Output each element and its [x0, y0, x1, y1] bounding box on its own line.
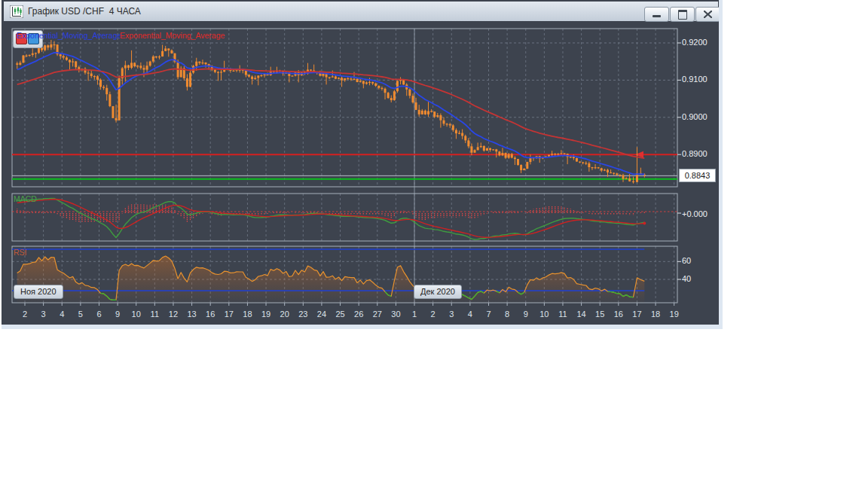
close-icon [704, 11, 712, 18]
legend-ma-fast-label: Exponential_Moving_Average [17, 31, 121, 40]
date-label: 6 [90, 310, 107, 319]
gridlines [12, 29, 677, 303]
date-label: 3 [443, 310, 460, 319]
date-label: 16 [202, 310, 219, 319]
date-label: 24 [313, 310, 330, 319]
legend-ma-slow-label: Exponential_Moving_Average [120, 31, 225, 40]
window-title: График USD /CHF 4 ЧАСА [28, 6, 141, 17]
price-label: 0.9200 [682, 38, 708, 47]
minimize-icon [653, 15, 661, 17]
date-label: 25 [332, 310, 349, 319]
date-label: 9 [518, 310, 534, 319]
date-label: 17 [628, 310, 645, 319]
date-label: 8 [499, 310, 515, 319]
date-label: 7 [481, 310, 497, 319]
date-label: 27 [369, 310, 386, 319]
date-label: 2 [425, 310, 442, 319]
window-title-bar[interactable]: График USD /CHF 4 ЧАСА [4, 2, 718, 21]
close-button[interactable] [695, 7, 720, 22]
date-label: 3 [35, 310, 52, 319]
date-label: 19 [258, 310, 274, 319]
date-label: 12 [165, 310, 182, 319]
page: { "window": { "title": "График USD /CHF … [0, 0, 868, 488]
date-label: 2 [17, 310, 33, 319]
macd-label: MACD [14, 194, 37, 203]
date-label: 20 [277, 310, 293, 319]
maximize-button[interactable] [670, 7, 695, 22]
minimize-button[interactable] [644, 7, 669, 22]
date-label: 30 [387, 310, 404, 319]
date-label: 13 [184, 310, 200, 319]
month-badge: Дек 2020 [414, 285, 462, 299]
candlestick-series [16, 40, 646, 184]
rsi-level-label: 40 [682, 274, 691, 283]
date-label: 23 [295, 310, 311, 319]
date-label: 18 [239, 310, 255, 319]
date-label: 14 [573, 310, 590, 319]
date-label: 9 [109, 310, 126, 319]
date-label: 11 [555, 310, 571, 319]
date-label: 4 [462, 310, 478, 319]
rsi-series [12, 249, 644, 303]
date-label: 10 [536, 310, 552, 319]
date-label: 10 [128, 310, 145, 319]
macd-series [12, 198, 677, 239]
price-label: 0.9100 [682, 75, 708, 84]
date-label: 11 [146, 310, 163, 319]
date-label: 19 [666, 310, 683, 319]
date-label: 16 [610, 310, 627, 319]
window-frame-right [719, 0, 723, 329]
price-label: 0.9000 [682, 112, 708, 121]
window-frame-bottom [2, 325, 723, 329]
chart-app-icon [10, 5, 23, 18]
rsi-level-label: 60 [682, 256, 691, 265]
current-price-tag: 0.8843 [679, 169, 716, 182]
macd-zero-label: +0.000 [682, 209, 708, 218]
price-label: 0.8900 [682, 149, 708, 158]
date-label: 26 [350, 310, 367, 319]
date-label: 15 [591, 310, 608, 319]
date-label: 1 [406, 310, 423, 319]
maximize-icon [678, 10, 687, 20]
date-label: 4 [53, 310, 70, 319]
date-label: 18 [647, 310, 664, 319]
month-badge: Ноя 2020 [14, 285, 63, 299]
date-label: 5 [72, 310, 89, 319]
chart-canvas[interactable] [5, 21, 719, 324]
rsi-label: RSI [14, 248, 27, 257]
chart-window: График USD /CHF 4 ЧАСА Exponential_Movin… [2, 0, 719, 325]
date-label: 17 [221, 310, 237, 319]
